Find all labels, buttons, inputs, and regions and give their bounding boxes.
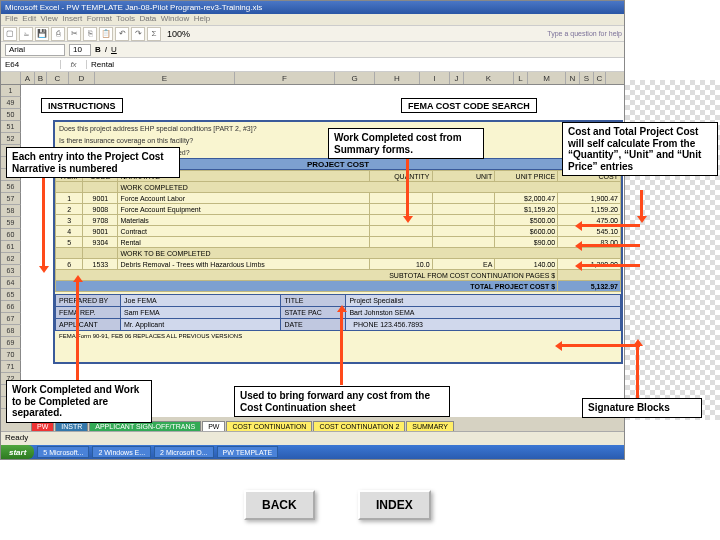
back-button[interactable]: BACK [244,490,315,520]
sheet-tab[interactable]: PW [202,421,225,431]
arrow [636,344,639,399]
index-button[interactable]: INDEX [358,490,431,520]
formula-bar[interactable]: E64 fx Rental [1,58,624,72]
formatting-toolbar[interactable]: Arial 10 B I U [1,42,624,58]
taskbar-item[interactable]: 2 Windows E... [92,446,151,458]
sum-icon[interactable]: Σ [147,27,161,41]
table-row[interactable]: 59304Rental$90.0083.00 [56,237,621,248]
instructions-button[interactable]: INSTRUCTIONS [41,98,123,113]
bold-icon[interactable]: B [95,45,101,54]
sheet-tab[interactable]: COST CONTINUATION 2 [313,421,405,431]
callout-self-calculate: Cost and Total Project Cost will self ca… [562,122,718,176]
ask-question-box[interactable]: Type a question for help [547,30,622,37]
arrow [42,178,45,268]
fema-search-button[interactable]: FEMA COST CODE SEARCH [401,98,537,113]
worksheet-grid[interactable]: AB CD EF GH IJ KL MN SC 1495051525354555… [1,72,624,432]
taskbar-item[interactable]: PW TEMPLATE [217,446,279,458]
formula-input[interactable]: Rental [87,60,118,69]
print-icon[interactable]: ⎙ [51,27,65,41]
form-footnote: FEMA Form 90-91, FEB 06 REPLACES ALL PRE… [55,331,621,341]
arrow [560,344,640,347]
paste-icon[interactable]: 📋 [99,27,113,41]
redo-icon[interactable]: ↷ [131,27,145,41]
arrow [580,264,640,267]
titlebar: Microsoft Excel - PW TEMPLATE Jan-08-Pil… [1,1,624,14]
column-headers[interactable]: AB CD EF GH IJ KL MN SC [1,72,624,85]
name-box[interactable]: E64 [1,60,61,69]
zoom-box[interactable]: 100% [167,29,190,39]
callout-continuation: Used to bring forward any cost from the … [234,386,450,417]
font-size-box[interactable]: 10 [69,44,91,56]
callout-work-completed-cost: Work Completed cost from Summary forms. [328,128,484,159]
undo-icon[interactable]: ↶ [115,27,129,41]
arrow [640,190,643,218]
window-title: Microsoft Excel - PW TEMPLATE Jan-08-Pil… [5,3,262,12]
table-row[interactable]: 39708Materials$500.00475.00 [56,215,621,226]
italic-icon[interactable]: I [105,45,107,54]
font-name-box[interactable]: Arial [5,44,65,56]
sheet-tab[interactable]: PW [31,421,54,431]
windows-taskbar[interactable]: start 5 Microsoft...2 Windows E...2 Micr… [1,445,624,459]
table-row[interactable]: 19001Force Account Labor$2,000.471,900.4… [56,193,621,204]
status-bar: Ready [1,431,624,445]
arrow [580,244,640,247]
sheet-tab[interactable]: APPLICANT SIGN-OFF/TRANS [89,421,201,431]
menubar[interactable]: File Edit View Insert Format Tools Data … [1,14,624,26]
start-button[interactable]: start [1,445,34,459]
cut-icon[interactable]: ✂ [67,27,81,41]
sheet-tab[interactable]: COST CONTINUATION [226,421,312,431]
table-row[interactable]: 61533Debris Removal - Trees with Hazardo… [56,259,621,270]
arrow [580,224,640,227]
signature-block[interactable]: PREPARED BYJoe FEMATITLEProject Speciali… [55,294,621,331]
open-icon[interactable]: ⎁ [19,27,33,41]
copy-icon[interactable]: ⎘ [83,27,97,41]
callout-signature: Signature Blocks [582,398,702,418]
save-icon[interactable]: 💾 [35,27,49,41]
cost-table[interactable]: ITEMCODENARRATIVEQUANTITYUNITUNIT PRICEC… [55,170,621,292]
standard-toolbar[interactable]: ▢ ⎁ 💾 ⎙ ✂ ⎘ 📋 ↶ ↷ Σ 100% Type a question… [1,26,624,42]
callout-numbered: Each entry into the Project Cost Narrati… [6,147,180,178]
taskbar-item[interactable]: 2 Microsoft O... [154,446,213,458]
table-row[interactable]: 49001Contract$600.00545.10 [56,226,621,237]
sheet-tab[interactable]: INSTR [55,421,88,431]
taskbar-item[interactable]: 5 Microsoft... [37,446,89,458]
arrow [76,280,79,380]
sheet-tab[interactable]: SUMMARY [406,421,454,431]
new-icon[interactable]: ▢ [3,27,17,41]
table-row[interactable]: 29008Force Account Equipment$1,159.201,1… [56,204,621,215]
fx-icon[interactable]: fx [61,60,87,69]
arrow [406,158,409,218]
callout-separated: Work Completed and Work to be Completed … [6,380,152,423]
arrow [340,310,343,385]
underline-icon[interactable]: U [111,45,117,54]
